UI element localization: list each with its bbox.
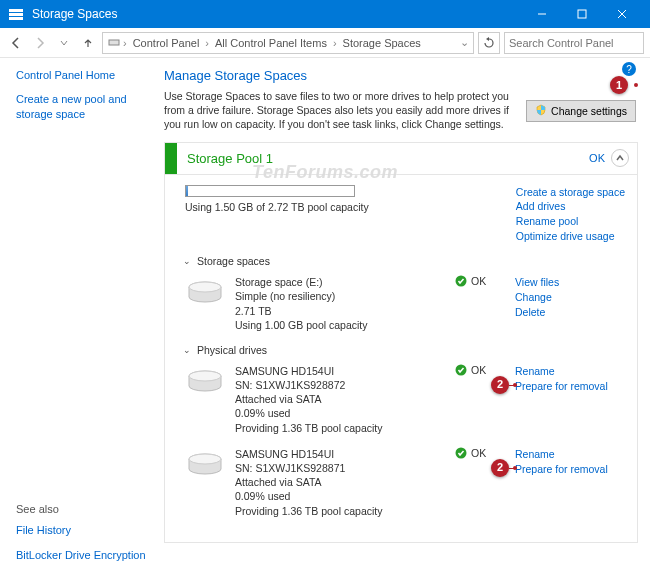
pool-status: OK	[589, 152, 611, 164]
annotation-badge-2: 2	[491, 376, 509, 394]
file-history-link[interactable]: File History	[16, 523, 152, 537]
ok-icon	[455, 364, 467, 376]
page-heading: Manage Storage Spaces	[164, 68, 638, 83]
chevron-right-icon: ›	[123, 37, 127, 49]
svg-rect-7	[109, 40, 119, 45]
drive-attached: Attached via SATA	[235, 392, 455, 406]
change-link[interactable]: Change	[515, 290, 625, 305]
prepare-removal-link[interactable]: Prepare for removal	[515, 379, 625, 394]
drive-model: SAMSUNG HD154UI	[235, 364, 455, 378]
drive-used: 0.09% used	[235, 406, 455, 420]
pool-name: Storage Pool 1	[177, 151, 589, 166]
breadcrumb[interactable]: › Control Panel › All Control Panel Item…	[102, 32, 474, 54]
change-settings-label: Change settings	[551, 105, 627, 117]
drive-icon	[185, 451, 225, 479]
bitlocker-link[interactable]: BitLocker Drive Encryption	[16, 548, 152, 562]
drive-providing: Providing 1.36 TB pool capacity	[235, 504, 455, 518]
drive-providing: Providing 1.36 TB pool capacity	[235, 421, 455, 435]
title-bar: Storage Spaces	[0, 0, 650, 28]
minimize-button[interactable]	[522, 0, 562, 28]
drive-sn: SN: S1XWJ1KS928872	[235, 378, 455, 392]
maximize-button[interactable]	[562, 0, 602, 28]
svg-rect-1	[9, 13, 23, 16]
change-settings-button[interactable]: Change settings	[526, 100, 636, 122]
space-usage: Using 1.00 GB pool capacity	[235, 318, 455, 332]
view-files-link[interactable]: View files	[515, 275, 625, 290]
svg-rect-2	[9, 17, 23, 20]
up-button[interactable]	[78, 33, 98, 53]
pool-status-bar	[165, 143, 177, 174]
space-size: 2.71 TB	[235, 304, 455, 318]
annotation-badge-2: 2	[491, 459, 509, 477]
svg-rect-0	[9, 9, 23, 12]
prepare-removal-link[interactable]: Prepare for removal	[515, 462, 625, 477]
status-text: OK	[471, 447, 486, 459]
window-title: Storage Spaces	[32, 7, 522, 21]
create-space-link[interactable]: Create a storage space	[516, 185, 625, 200]
ok-icon	[455, 275, 467, 287]
svg-point-15	[189, 454, 221, 464]
annotation-badge-1: 1	[610, 76, 628, 94]
add-drives-link[interactable]: Add drives	[516, 199, 625, 214]
physical-drive-item: SAMSUNG HD154UI SN: S1XWJ1KS928871 Attac…	[185, 447, 625, 518]
back-button[interactable]	[6, 33, 26, 53]
storage-space-item: Storage space (E:) Simple (no resiliency…	[185, 275, 625, 332]
main-content: ? Manage Storage Spaces Use Storage Spac…	[160, 58, 650, 580]
drive-icon	[185, 368, 225, 396]
pool-action-links: Create a storage space Add drives Rename…	[516, 185, 625, 244]
chevron-down-icon: ⌄	[183, 256, 191, 266]
rename-drive-link[interactable]: Rename	[515, 364, 625, 379]
status-text: OK	[471, 364, 486, 376]
shield-icon	[535, 104, 547, 118]
drive-used: 0.09% used	[235, 489, 455, 503]
drive-icon	[107, 35, 121, 51]
breadcrumb-item[interactable]: All Control Panel Items	[211, 37, 331, 49]
collapse-button[interactable]	[611, 149, 629, 167]
breadcrumb-item[interactable]: Storage Spaces	[339, 37, 425, 49]
space-name: Storage space (E:)	[235, 275, 455, 289]
create-pool-link[interactable]: Create a new pool and storage space	[16, 92, 152, 121]
control-panel-home-link[interactable]: Control Panel Home	[16, 68, 152, 82]
drive-icon	[185, 279, 225, 307]
see-also-label: See also	[16, 503, 152, 515]
pool-header: Storage Pool 1 OK	[165, 143, 637, 175]
svg-rect-4	[578, 10, 586, 18]
delete-link[interactable]: Delete	[515, 305, 625, 320]
space-resiliency: Simple (no resiliency)	[235, 289, 455, 303]
svg-point-12	[189, 371, 221, 381]
help-icon[interactable]: ?	[622, 62, 636, 76]
nav-bar: › Control Panel › All Control Panel Item…	[0, 28, 650, 58]
capacity-text: Using 1.50 GB of 2.72 TB pool capacity	[185, 201, 516, 213]
svg-point-9	[189, 282, 221, 292]
chevron-right-icon: ›	[333, 37, 337, 49]
rename-pool-link[interactable]: Rename pool	[516, 214, 625, 229]
drive-attached: Attached via SATA	[235, 475, 455, 489]
chevron-right-icon: ›	[205, 37, 209, 49]
recent-dropdown[interactable]	[54, 33, 74, 53]
drive-model: SAMSUNG HD154UI	[235, 447, 455, 461]
app-icon	[8, 6, 24, 22]
close-button[interactable]	[602, 0, 642, 28]
rename-drive-link[interactable]: Rename	[515, 447, 625, 462]
storage-spaces-section[interactable]: ⌄ Storage spaces	[183, 255, 625, 267]
sidebar: Control Panel Home Create a new pool and…	[0, 58, 160, 580]
chevron-down-icon: ⌄	[183, 345, 191, 355]
status-text: OK	[471, 275, 486, 287]
physical-drive-item: SAMSUNG HD154UI SN: S1XWJ1KS928872 Attac…	[185, 364, 625, 435]
ok-icon	[455, 447, 467, 459]
drive-sn: SN: S1XWJ1KS928871	[235, 461, 455, 475]
breadcrumb-item[interactable]: Control Panel	[129, 37, 204, 49]
dropdown-icon[interactable]: ⌄	[460, 36, 469, 49]
storage-pool: Storage Pool 1 OK Using 1.50 GB of 2.72 …	[164, 142, 638, 543]
capacity-bar	[185, 185, 355, 197]
refresh-button[interactable]	[478, 32, 500, 54]
physical-drives-section[interactable]: ⌄ Physical drives	[183, 344, 625, 356]
optimize-link[interactable]: Optimize drive usage	[516, 229, 625, 244]
search-input[interactable]	[504, 32, 644, 54]
forward-button[interactable]	[30, 33, 50, 53]
